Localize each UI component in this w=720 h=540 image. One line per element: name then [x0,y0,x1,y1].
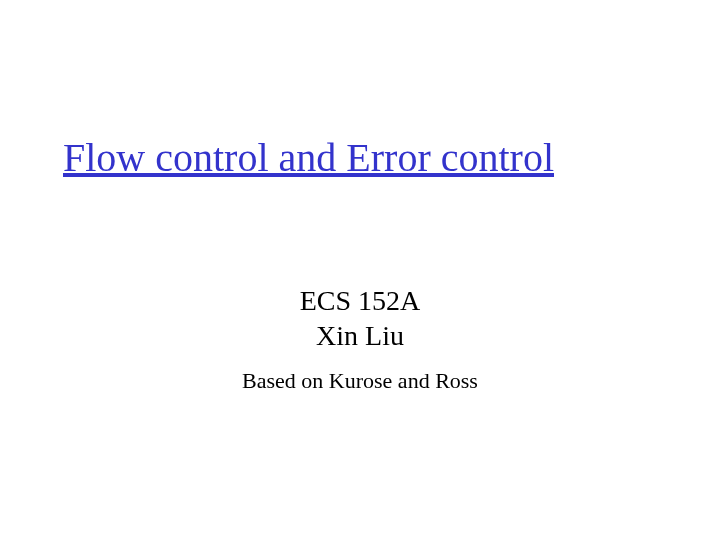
slide-title: Flow control and Error control [63,134,554,181]
course-code: ECS 152A [0,285,720,317]
author-name: Xin Liu [0,320,720,352]
subtitle-attribution: Based on Kurose and Ross [0,368,720,394]
slide-container: Flow control and Error control ECS 152A … [0,0,720,540]
